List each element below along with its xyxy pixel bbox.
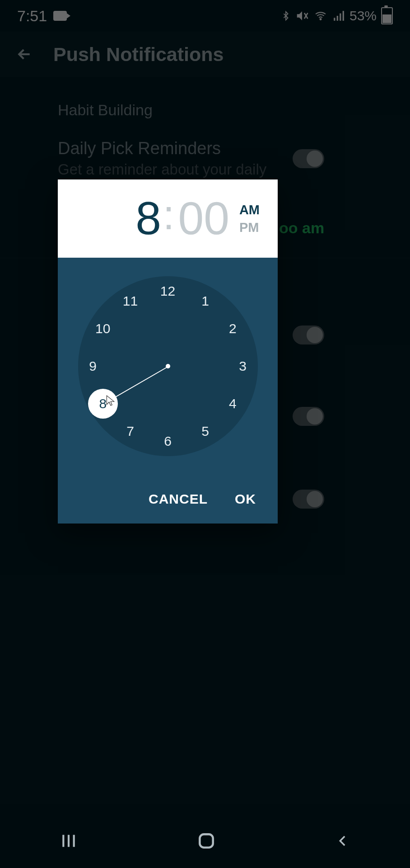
ok-button[interactable]: OK	[235, 491, 256, 507]
time-picker-dialog: 8 : 00 AM PM 8 121234567891011 CANCEL OK	[58, 179, 278, 524]
svg-rect-10	[200, 834, 213, 847]
clock-number-3[interactable]: 3	[232, 355, 254, 377]
clock-number-11[interactable]: 11	[119, 290, 142, 312]
clock-number-6[interactable]: 6	[157, 430, 179, 453]
clock-face[interactable]: 8 121234567891011	[78, 276, 258, 456]
time-display: 8 : 00 AM PM	[58, 179, 278, 258]
home-icon[interactable]	[196, 831, 216, 851]
cancel-button[interactable]: CANCEL	[149, 491, 208, 507]
am-toggle[interactable]: AM	[239, 203, 260, 217]
cursor-icon	[105, 395, 116, 406]
clock-number-4[interactable]: 4	[221, 392, 244, 415]
time-minute[interactable]: 00	[178, 192, 229, 245]
time-colon: :	[163, 191, 175, 239]
time-hour[interactable]: 8	[135, 192, 159, 245]
clock-number-5[interactable]: 5	[194, 420, 217, 443]
clock-number-7[interactable]: 7	[119, 420, 142, 443]
pm-toggle[interactable]: PM	[239, 220, 260, 235]
clock-number-2[interactable]: 2	[221, 317, 244, 340]
clock-number-12[interactable]: 12	[157, 280, 179, 302]
clock-number-1[interactable]: 1	[194, 290, 217, 312]
back-icon[interactable]	[335, 833, 350, 849]
clock-number-9[interactable]: 9	[82, 355, 104, 377]
dialog-actions: CANCEL OK	[58, 475, 278, 524]
recents-icon[interactable]	[60, 832, 78, 850]
clock-center-dot	[166, 364, 170, 368]
android-navbar	[0, 814, 410, 868]
clock-number-10[interactable]: 10	[92, 317, 114, 340]
